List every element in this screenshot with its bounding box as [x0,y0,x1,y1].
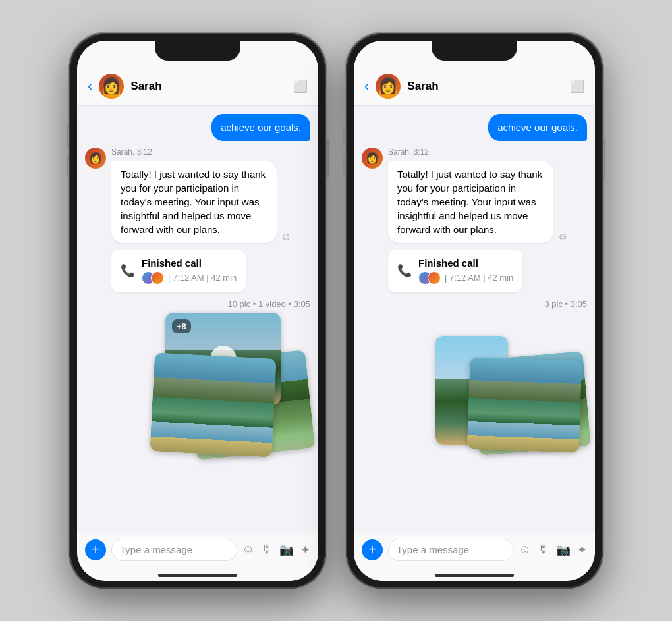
phone-left: ‹ Sarah ⬜ achieve our goals. 👩 Sarah, 3:… [69,33,326,589]
msg-content-right: Sarah, 3:12 Totally! I just wanted to sa… [388,148,569,243]
call-avatars-right [418,271,441,284]
call-avatar-2-left [151,271,164,284]
volume-down-button [67,155,69,176]
msg-meta-left: Sarah, 3:12 [111,148,292,157]
add-button-left[interactable]: + [85,539,106,560]
call-details-right: | 7:12 AM | 42 min [418,271,513,284]
emoji-icon-right[interactable]: ☺ [519,543,531,556]
back-button-right[interactable]: ‹ [364,78,369,95]
received-msg-left: 👩 Sarah, 3:12 Totally! I just wanted to … [85,148,310,243]
chat-area-left: achieve our goals. 👩 Sarah, 3:12 Totally… [77,106,318,533]
phone-icon-left: 📞 [121,263,135,278]
received-bubble-left: Totally! I just wanted to say thank you … [111,161,277,243]
video-call-icon-right[interactable]: ⬜ [570,79,584,94]
contact-name-left: Sarah [130,80,287,93]
back-button-left[interactable]: ‹ [88,78,92,95]
lake-photo-right [467,357,582,453]
call-avatar-2-right [428,271,441,284]
call-card-left: 📞 Finished call | 7:12 AM | 42 min [111,250,246,292]
add-button-right[interactable]: + [362,539,383,560]
lake-photo-left [150,352,277,457]
phone-icon-right: 📞 [397,263,412,278]
chat-area-right: achieve our goals. 👩 Sarah, 3:12 Totally… [354,106,595,533]
call-title-left: Finished call [142,257,237,269]
call-details-left: | 7:12 AM | 42 min [142,271,237,284]
avatar-right [376,74,401,99]
notch-right [432,41,517,61]
power-button [326,138,329,178]
sent-bubble-partial-right: achieve our goals. [488,114,587,141]
msg-content-left: Sarah, 3:12 Totally! I just wanted to sa… [111,148,292,243]
received-bubble-right: Totally! I just wanted to say thank you … [388,161,553,243]
volume-up-button-right [343,125,346,146]
call-time-right: | 7:12 AM | 42 min [445,273,513,283]
call-avatars-left [142,271,164,284]
call-time-left: | 7:12 AM | 42 min [168,273,237,283]
input-placeholder-right: Type a message [397,544,469,555]
media-section-left: 10 pic • 1 video • 3:05 +8 ▶ [85,299,310,454]
msg-meta-right: Sarah, 3:12 [388,148,569,157]
avatar-left [99,74,124,99]
phone-screen-left: ‹ Sarah ⬜ achieve our goals. 👩 Sarah, 3:… [77,41,318,581]
emoji-reaction-left: ☺ [281,231,291,243]
media-meta-right: 3 pic • 3:05 [544,299,587,309]
msg-avatar-left: 👩 [85,148,106,169]
media-photo-front-left [150,352,277,457]
volume-up-button [67,125,69,146]
mic-icon-left[interactable]: 🎙 [261,543,273,556]
emoji-reaction-right: ☺ [557,231,568,243]
received-msg-right: 👩 Sarah, 3:12 Totally! I just wanted to … [362,148,587,243]
msg-avatar-right: 👩 [362,148,383,169]
call-info-left: Finished call | 7:12 AM | 42 min [142,257,237,284]
call-title-right: Finished call [418,257,513,269]
input-placeholder-left: Type a message [120,544,192,555]
message-input-left[interactable]: Type a message [111,539,237,561]
input-icons-left: ☺ 🎙 📷 ✦ [242,543,310,557]
phone-right: ‹ Sarah ⬜ achieve our goals. 👩 Sarah, 3:… [346,33,603,589]
power-button-right [603,138,605,178]
plus-badge-left: +8 [172,319,191,333]
emoji-icon-left[interactable]: ☺ [242,543,254,556]
media-meta-left: 10 pic • 1 video • 3:05 [228,299,310,309]
home-indicator-left [158,574,237,577]
call-card-right: 📞 Finished call | 7:12 AM | 42 min [388,250,522,292]
media-stack-left[interactable]: +8 ▶ [152,313,310,454]
call-info-right: Finished call | 7:12 AM | 42 min [418,257,513,284]
notch-left [155,41,240,61]
call-card-wrapper-left: 📞 Finished call | 7:12 AM | 42 min [85,250,310,292]
media-section-right: 3 pic • 3:05 [362,299,587,451]
volume-down-button-right [343,155,346,176]
camera-icon-left[interactable]: 📷 [279,543,294,557]
sent-bubble-partial-left: achieve our goals. [211,114,310,141]
phone-screen-right: ‹ Sarah ⬜ achieve our goals. 👩 Sarah, 3:… [354,41,595,581]
media-stack-right[interactable] [435,313,587,451]
mic-icon-right[interactable]: 🎙 [538,543,549,556]
message-input-right[interactable]: Type a message [388,539,514,561]
video-call-icon-left[interactable]: ⬜ [293,79,308,94]
call-card-wrapper-right: 📞 Finished call | 7:12 AM | 42 min [362,250,587,292]
camera-icon-right[interactable]: 📷 [556,543,571,557]
sparkle-icon-left[interactable]: ✦ [300,543,310,557]
media-photo-front-right [467,357,582,453]
input-icons-right: ☺ 🎙 📷 ✦ [519,543,587,557]
home-indicator-right [435,574,514,577]
contact-name-right: Sarah [407,80,563,93]
sparkle-icon-right[interactable]: ✦ [577,543,587,557]
